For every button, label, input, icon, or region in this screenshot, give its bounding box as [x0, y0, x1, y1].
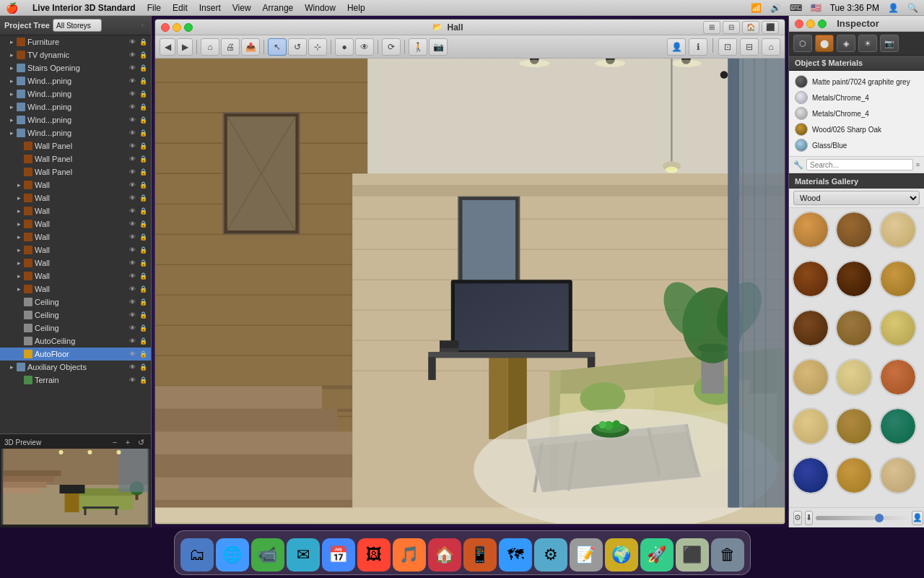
dock-item-facetime[interactable]: ✉: [287, 538, 320, 571]
swatch-item[interactable]: [835, 309, 873, 347]
material-search-input[interactable]: [806, 159, 913, 171]
tree-item[interactable]: ▸ Wind...pning 👁 🔒: [0, 100, 151, 113]
dock-item-photos[interactable]: 🎵: [393, 538, 426, 571]
dock-item-music[interactable]: 🏠: [428, 538, 461, 571]
dock-item-system-prefs[interactable]: 📝: [570, 538, 603, 571]
swatch-item[interactable]: [879, 309, 917, 347]
app-name[interactable]: Live Interior 3D Standard: [32, 3, 136, 13]
tree-item[interactable]: AutoCeiling 👁 🔒: [0, 335, 151, 348]
tree-item[interactable]: ▸ Wind...pning 👁 🔒: [0, 87, 151, 100]
swatch-item[interactable]: [835, 407, 873, 445]
tree-item[interactable]: ▸ Wall 👁 🔒: [0, 243, 151, 256]
tree-item[interactable]: Terrain 👁 🔒: [0, 374, 151, 387]
zoom-out-button[interactable]: −: [109, 436, 121, 448]
inspector-maximize[interactable]: [818, 20, 827, 28]
person-icon-btn[interactable]: 👤: [667, 38, 686, 56]
menu-edit[interactable]: Edit: [173, 3, 188, 13]
swatch-item[interactable]: [792, 260, 829, 298]
menu-file[interactable]: File: [147, 3, 161, 13]
tree-item[interactable]: Wall Panel 👁 🔒: [0, 152, 151, 165]
back-button[interactable]: ◀: [160, 38, 175, 56]
dock-item-stickies[interactable]: 🌍: [605, 538, 638, 571]
walk-tool[interactable]: 🚶: [409, 38, 427, 56]
tree-item[interactable]: ▸ Wall 👁 🔒: [0, 230, 151, 243]
swatch-item[interactable]: [792, 358, 829, 396]
dock-item-finder[interactable]: 🗂: [180, 538, 214, 571]
dock-item-mail-app[interactable]: 📅: [322, 538, 355, 571]
menu-insert[interactable]: Insert: [199, 3, 221, 13]
swatch-item[interactable]: [792, 457, 829, 494]
apple-menu[interactable]: 🍎: [6, 2, 18, 14]
dock-item-mail[interactable]: 📹: [251, 538, 284, 571]
dock-item-browser[interactable]: 🚀: [640, 538, 674, 571]
rotate-tool[interactable]: ↺: [288, 38, 307, 56]
inspector-tab-2[interactable]: ◈: [837, 35, 855, 52]
inspector-tab-0[interactable]: ⬡: [793, 35, 812, 52]
zoom-in-button[interactable]: +: [122, 436, 134, 448]
tree-item[interactable]: Ceiling 👁 🔒: [0, 322, 151, 335]
material-item[interactable]: Metals/Chrome_4: [792, 105, 921, 121]
swatch-item[interactable]: [835, 211, 873, 249]
tree-item[interactable]: AutoFloor 👁 🔒: [0, 348, 151, 361]
select-tool[interactable]: ↖: [268, 38, 287, 56]
view-3[interactable]: ⌂: [762, 38, 780, 56]
refresh-tool[interactable]: ⟳: [382, 38, 401, 56]
swatch-item[interactable]: [835, 358, 873, 396]
tree-item[interactable]: ▸ Wall 👁 🔒: [0, 269, 151, 282]
inspector-tab-1[interactable]: ⬤: [815, 35, 834, 52]
tree-item[interactable]: ▸ Stairs Opening 👁 🔒: [0, 61, 151, 74]
print-button[interactable]: 🖨: [221, 38, 240, 56]
inspector-tab-4[interactable]: 📷: [880, 35, 899, 52]
swatch-item[interactable]: [792, 309, 829, 347]
dock-item-live-interior[interactable]: 📱: [463, 538, 497, 571]
viewport-3d[interactable]: [155, 59, 785, 524]
swatch-item[interactable]: [879, 407, 917, 445]
minimize-button[interactable]: [173, 23, 181, 32]
swatch-item[interactable]: [879, 358, 917, 396]
dock-item-maps[interactable]: ⚙: [534, 538, 567, 571]
swatch-item[interactable]: [879, 260, 917, 298]
search-icon[interactable]: 🔍: [907, 3, 918, 13]
refresh-button[interactable]: ↺: [135, 436, 147, 448]
share-button[interactable]: 📤: [241, 38, 260, 56]
tree-item[interactable]: Wall Panel 👁 🔒: [0, 165, 151, 178]
dock-item-trash[interactable]: 🗑: [711, 538, 744, 571]
inspector-close[interactable]: [795, 20, 803, 28]
tree-item[interactable]: ▸ Wall 👁 🔒: [0, 256, 151, 269]
swatch-item[interactable]: [792, 211, 829, 249]
dock-item-calendar[interactable]: 🖼: [357, 538, 391, 571]
dock-item-launchpad[interactable]: ⬛: [676, 538, 709, 571]
dock-item-safari[interactable]: 🌐: [216, 538, 249, 571]
tree-item[interactable]: ▸ TV dynamic 👁 🔒: [0, 48, 151, 61]
person-button[interactable]: 👤: [912, 511, 923, 525]
maximize-view-btn[interactable]: ⬛: [762, 21, 779, 34]
tree-item[interactable]: ▸ Wall 👁 🔒: [0, 282, 151, 296]
tree-item[interactable]: ▸ Wind...pning 👁 🔒: [0, 113, 151, 126]
storey-select[interactable]: All Storeys: [53, 19, 102, 32]
menu-arrange[interactable]: Arrange: [263, 3, 294, 13]
eye-tool[interactable]: 👁: [355, 38, 374, 56]
forward-button[interactable]: ▶: [177, 38, 193, 56]
material-item[interactable]: Glass/Blue: [792, 137, 921, 153]
menu-view[interactable]: View: [232, 3, 251, 13]
inspector-tab-3[interactable]: ☀: [858, 35, 877, 52]
camera-tool[interactable]: 📷: [429, 38, 448, 56]
tree-item[interactable]: ▸ Wall 👁 🔒: [0, 191, 151, 204]
tree-item[interactable]: ▸ Wall 👁 🔒: [0, 178, 151, 191]
pan-tool[interactable]: ⊹: [308, 38, 327, 56]
swatch-item[interactable]: [879, 211, 917, 249]
tree-area[interactable]: ▸ Furniture 👁 🔒 ▸ TV dynamic 👁 🔒 ▸: [0, 35, 151, 434]
swatch-item[interactable]: [835, 457, 873, 494]
info-button[interactable]: ℹ: [689, 38, 707, 56]
view-2[interactable]: ⊟: [740, 38, 759, 56]
tree-item[interactable]: Wall Panel 👁 🔒: [0, 139, 151, 152]
swatch-item[interactable]: [879, 457, 917, 494]
view-mode-btn-3[interactable]: 🏠: [742, 21, 759, 34]
close-button[interactable]: [161, 23, 170, 32]
material-item[interactable]: Metals/Chrome_4: [792, 90, 921, 105]
tree-item[interactable]: ▸ Wind...pning 👁 🔒: [0, 74, 151, 87]
view-1[interactable]: ⊡: [718, 38, 737, 56]
material-search-more[interactable]: ≡: [916, 161, 920, 168]
materials-type-select[interactable]: Wood Metal Fabric Glass: [793, 191, 920, 205]
tree-item[interactable]: ▸ Wall 👁 🔒: [0, 204, 151, 217]
